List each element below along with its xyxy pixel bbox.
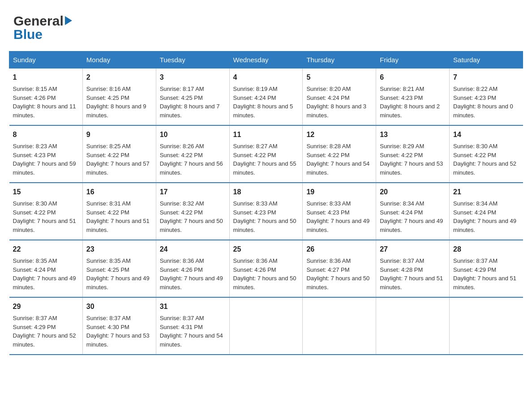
day-info: Sunrise: 8:22 AMSunset: 4:23 PMDaylight:… [453,86,513,119]
day-number: 19 [306,187,372,197]
day-number: 10 [160,129,226,140]
day-number: 5 [306,72,372,83]
day-number: 21 [453,187,519,197]
day-info: Sunrise: 8:34 AMSunset: 4:24 PMDaylight:… [453,200,516,233]
day-number: 2 [86,72,152,83]
day-number: 8 [13,129,79,140]
day-number: 20 [380,187,446,197]
day-info: Sunrise: 8:20 AMSunset: 4:24 PMDaylight:… [306,86,366,119]
day-info: Sunrise: 8:37 AMSunset: 4:28 PMDaylight:… [380,257,443,291]
col-header-saturday: Saturday [450,51,523,68]
day-number: 1 [13,72,79,83]
day-info: Sunrise: 8:21 AMSunset: 4:23 PMDaylight:… [380,86,440,119]
calendar-cell: 14Sunrise: 8:30 AMSunset: 4:22 PMDayligh… [450,125,523,183]
calendar-cell: 9Sunrise: 8:25 AMSunset: 4:22 PMDaylight… [82,125,156,183]
week-row-2: 8Sunrise: 8:23 AMSunset: 4:23 PMDaylight… [9,125,523,183]
week-row-4: 22Sunrise: 8:35 AMSunset: 4:24 PMDayligh… [9,240,523,297]
day-info: Sunrise: 8:35 AMSunset: 4:25 PMDaylight:… [86,257,150,291]
day-info: Sunrise: 8:32 AMSunset: 4:22 PMDaylight:… [160,200,223,233]
col-header-sunday: Sunday [9,51,83,68]
calendar-cell: 3Sunrise: 8:17 AMSunset: 4:25 PMDaylight… [156,68,229,126]
day-number: 15 [13,187,79,197]
calendar-cell: 21Sunrise: 8:34 AMSunset: 4:24 PMDayligh… [450,183,523,240]
calendar-cell: 7Sunrise: 8:22 AMSunset: 4:23 PMDaylight… [450,68,523,126]
day-info: Sunrise: 8:30 AMSunset: 4:22 PMDaylight:… [13,200,76,233]
day-info: Sunrise: 8:37 AMSunset: 4:30 PMDaylight:… [86,315,150,348]
calendar-cell: 28Sunrise: 8:37 AMSunset: 4:29 PMDayligh… [450,240,523,297]
day-info: Sunrise: 8:23 AMSunset: 4:23 PMDaylight:… [13,143,76,176]
day-number: 6 [380,72,446,83]
day-info: Sunrise: 8:28 AMSunset: 4:22 PMDaylight:… [306,143,369,176]
day-number: 28 [453,244,519,255]
calendar-cell: 15Sunrise: 8:30 AMSunset: 4:22 PMDayligh… [9,183,83,240]
day-info: Sunrise: 8:26 AMSunset: 4:22 PMDaylight:… [160,143,223,176]
day-info: Sunrise: 8:27 AMSunset: 4:22 PMDaylight:… [233,143,296,176]
day-number: 22 [13,244,79,255]
day-number: 14 [453,129,519,140]
calendar-cell [229,297,303,355]
logo: General Blue [13,13,72,42]
day-number: 18 [233,187,299,197]
calendar-cell [376,297,450,355]
day-info: Sunrise: 8:33 AMSunset: 4:23 PMDaylight:… [306,200,369,233]
calendar-cell: 27Sunrise: 8:37 AMSunset: 4:28 PMDayligh… [376,240,450,297]
calendar-cell: 26Sunrise: 8:36 AMSunset: 4:27 PMDayligh… [303,240,376,297]
calendar-cell: 8Sunrise: 8:23 AMSunset: 4:23 PMDaylight… [9,125,83,183]
day-info: Sunrise: 8:29 AMSunset: 4:22 PMDaylight:… [380,143,443,176]
calendar-cell: 24Sunrise: 8:36 AMSunset: 4:26 PMDayligh… [156,240,229,297]
col-header-friday: Friday [376,51,450,68]
day-number: 16 [86,187,152,197]
day-number: 26 [306,244,372,255]
calendar-cell: 19Sunrise: 8:33 AMSunset: 4:23 PMDayligh… [303,183,376,240]
week-row-1: 1Sunrise: 8:15 AMSunset: 4:26 PMDaylight… [9,68,523,126]
day-info: Sunrise: 8:25 AMSunset: 4:22 PMDaylight:… [86,143,150,176]
col-header-wednesday: Wednesday [229,51,303,68]
day-info: Sunrise: 8:33 AMSunset: 4:23 PMDaylight:… [233,200,296,233]
day-number: 3 [160,72,226,83]
calendar-cell: 17Sunrise: 8:32 AMSunset: 4:22 PMDayligh… [156,183,229,240]
week-row-5: 29Sunrise: 8:37 AMSunset: 4:29 PMDayligh… [9,297,523,355]
logo-blue-text: Blue [13,27,43,42]
day-number: 17 [160,187,226,197]
calendar-cell: 31Sunrise: 8:37 AMSunset: 4:31 PMDayligh… [156,297,229,355]
calendar-table: SundayMondayTuesdayWednesdayThursdayFrid… [9,51,523,355]
calendar-cell [450,297,523,355]
calendar-cell: 1Sunrise: 8:15 AMSunset: 4:26 PMDaylight… [9,68,83,126]
day-number: 30 [86,301,152,312]
day-number: 9 [86,129,152,140]
calendar-cell: 25Sunrise: 8:36 AMSunset: 4:26 PMDayligh… [229,240,303,297]
calendar-cell: 12Sunrise: 8:28 AMSunset: 4:22 PMDayligh… [303,125,376,183]
day-number: 11 [233,129,299,140]
day-number: 13 [380,129,446,140]
day-number: 29 [13,301,79,312]
day-info: Sunrise: 8:15 AMSunset: 4:26 PMDaylight:… [13,86,76,119]
calendar-cell: 6Sunrise: 8:21 AMSunset: 4:23 PMDaylight… [376,68,450,126]
calendar-cell: 23Sunrise: 8:35 AMSunset: 4:25 PMDayligh… [82,240,156,297]
calendar-cell: 11Sunrise: 8:27 AMSunset: 4:22 PMDayligh… [229,125,303,183]
day-info: Sunrise: 8:31 AMSunset: 4:22 PMDaylight:… [86,200,150,233]
calendar-cell: 4Sunrise: 8:19 AMSunset: 4:24 PMDaylight… [229,68,303,126]
week-row-3: 15Sunrise: 8:30 AMSunset: 4:22 PMDayligh… [9,183,523,240]
day-number: 4 [233,72,299,83]
logo-triangle-icon [65,16,72,25]
day-number: 31 [160,301,226,312]
day-info: Sunrise: 8:36 AMSunset: 4:26 PMDaylight:… [160,257,223,291]
day-info: Sunrise: 8:37 AMSunset: 4:29 PMDaylight:… [13,315,76,348]
calendar-cell: 18Sunrise: 8:33 AMSunset: 4:23 PMDayligh… [229,183,303,240]
calendar-cell: 29Sunrise: 8:37 AMSunset: 4:29 PMDayligh… [9,297,83,355]
day-info: Sunrise: 8:17 AMSunset: 4:25 PMDaylight:… [160,86,220,119]
page-header: General Blue [9,9,523,42]
col-header-thursday: Thursday [303,51,376,68]
day-number: 24 [160,244,226,255]
day-info: Sunrise: 8:34 AMSunset: 4:24 PMDaylight:… [380,200,443,233]
day-info: Sunrise: 8:36 AMSunset: 4:26 PMDaylight:… [233,257,296,291]
day-number: 27 [380,244,446,255]
day-number: 7 [453,72,519,83]
day-info: Sunrise: 8:37 AMSunset: 4:31 PMDaylight:… [160,315,223,348]
calendar-cell: 13Sunrise: 8:29 AMSunset: 4:22 PMDayligh… [376,125,450,183]
col-header-monday: Monday [82,51,156,68]
calendar-header-row: SundayMondayTuesdayWednesdayThursdayFrid… [9,51,523,68]
day-number: 25 [233,244,299,255]
day-number: 23 [86,244,152,255]
day-info: Sunrise: 8:36 AMSunset: 4:27 PMDaylight:… [306,257,369,291]
